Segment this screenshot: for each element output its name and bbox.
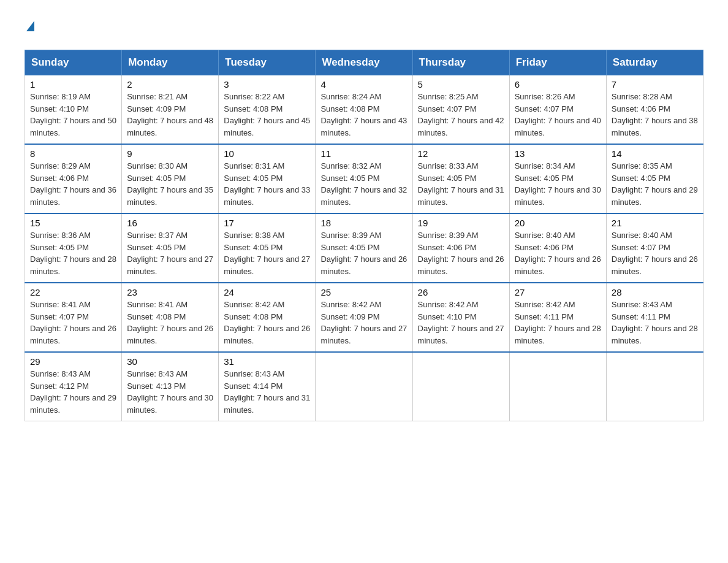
day-number: 20 [515, 218, 601, 228]
calendar-cell: 10 Sunrise: 8:31 AMSunset: 4:05 PMDaylig… [219, 144, 316, 213]
day-info: Sunrise: 8:24 AMSunset: 4:08 PMDaylight:… [320, 91, 407, 139]
calendar-header-friday: Friday [509, 50, 606, 75]
calendar-cell: 24 Sunrise: 8:42 AMSunset: 4:08 PMDaylig… [219, 283, 316, 352]
day-info: Sunrise: 8:34 AMSunset: 4:05 PMDaylight:… [515, 160, 601, 208]
calendar-cell: 2 Sunrise: 8:21 AMSunset: 4:09 PMDayligh… [122, 75, 219, 145]
day-number: 22 [30, 287, 116, 297]
day-info: Sunrise: 8:28 AMSunset: 4:06 PMDaylight:… [612, 91, 698, 139]
day-info: Sunrise: 8:26 AMSunset: 4:07 PMDaylight:… [515, 91, 601, 139]
day-number: 9 [127, 148, 213, 159]
day-number: 21 [612, 218, 698, 228]
calendar-cell: 23 Sunrise: 8:41 AMSunset: 4:08 PMDaylig… [122, 283, 219, 352]
calendar-cell: 18 Sunrise: 8:39 AMSunset: 4:05 PMDaylig… [316, 213, 412, 283]
day-info: Sunrise: 8:21 AMSunset: 4:09 PMDaylight:… [127, 91, 213, 139]
day-info: Sunrise: 8:25 AMSunset: 4:07 PMDaylight:… [418, 91, 504, 139]
day-number: 30 [127, 356, 213, 367]
calendar-cell: 25 Sunrise: 8:42 AMSunset: 4:09 PMDaylig… [316, 283, 412, 352]
day-number: 7 [612, 79, 698, 90]
calendar-week-row: 8 Sunrise: 8:29 AMSunset: 4:06 PMDayligh… [25, 144, 703, 213]
day-number: 18 [320, 218, 407, 228]
calendar-week-row: 29 Sunrise: 8:43 AMSunset: 4:12 PMDaylig… [25, 352, 703, 421]
calendar-header-sunday: Sunday [25, 50, 122, 75]
calendar-cell: 26 Sunrise: 8:42 AMSunset: 4:10 PMDaylig… [412, 283, 509, 352]
day-number: 13 [515, 148, 601, 159]
day-info: Sunrise: 8:39 AMSunset: 4:05 PMDaylight:… [320, 229, 407, 277]
calendar-cell: 6 Sunrise: 8:26 AMSunset: 4:07 PMDayligh… [509, 75, 606, 145]
calendar-header-thursday: Thursday [412, 50, 509, 75]
day-info: Sunrise: 8:43 AMSunset: 4:13 PMDaylight:… [127, 368, 213, 416]
calendar-cell: 16 Sunrise: 8:37 AMSunset: 4:05 PMDaylig… [122, 213, 219, 283]
day-number: 15 [30, 218, 116, 228]
calendar-cell: 11 Sunrise: 8:32 AMSunset: 4:05 PMDaylig… [316, 144, 412, 213]
calendar-cell: 1 Sunrise: 8:19 AMSunset: 4:10 PMDayligh… [25, 75, 122, 145]
day-info: Sunrise: 8:43 AMSunset: 4:11 PMDaylight:… [612, 299, 698, 347]
day-number: 25 [320, 287, 407, 297]
calendar-header-row: SundayMondayTuesdayWednesdayThursdayFrid… [25, 50, 703, 75]
day-number: 2 [127, 79, 213, 90]
calendar-cell [509, 352, 606, 421]
day-info: Sunrise: 8:43 AMSunset: 4:14 PMDaylight:… [224, 368, 310, 416]
calendar-cell: 12 Sunrise: 8:33 AMSunset: 4:05 PMDaylig… [412, 144, 509, 213]
calendar-week-row: 1 Sunrise: 8:19 AMSunset: 4:10 PMDayligh… [25, 75, 703, 145]
day-number: 14 [612, 148, 698, 159]
day-number: 29 [30, 356, 116, 367]
day-number: 6 [515, 79, 601, 90]
day-number: 1 [30, 79, 116, 90]
calendar-cell: 22 Sunrise: 8:41 AMSunset: 4:07 PMDaylig… [25, 283, 122, 352]
day-info: Sunrise: 8:36 AMSunset: 4:05 PMDaylight:… [30, 229, 116, 277]
calendar-cell [412, 352, 509, 421]
calendar-header-tuesday: Tuesday [219, 50, 316, 75]
calendar-cell: 20 Sunrise: 8:40 AMSunset: 4:06 PMDaylig… [509, 213, 606, 283]
calendar-cell: 27 Sunrise: 8:42 AMSunset: 4:11 PMDaylig… [509, 283, 606, 352]
day-info: Sunrise: 8:42 AMSunset: 4:08 PMDaylight:… [224, 299, 310, 347]
calendar-header-wednesday: Wednesday [316, 50, 412, 75]
day-number: 28 [612, 287, 698, 297]
day-info: Sunrise: 8:41 AMSunset: 4:08 PMDaylight:… [127, 299, 213, 347]
day-info: Sunrise: 8:37 AMSunset: 4:05 PMDaylight:… [127, 229, 213, 277]
calendar-cell: 30 Sunrise: 8:43 AMSunset: 4:13 PMDaylig… [122, 352, 219, 421]
day-number: 19 [418, 218, 504, 228]
calendar-week-row: 15 Sunrise: 8:36 AMSunset: 4:05 PMDaylig… [25, 213, 703, 283]
calendar-cell: 28 Sunrise: 8:43 AMSunset: 4:11 PMDaylig… [606, 283, 703, 352]
calendar-cell: 13 Sunrise: 8:34 AMSunset: 4:05 PMDaylig… [509, 144, 606, 213]
calendar-table: SundayMondayTuesdayWednesdayThursdayFrid… [25, 50, 703, 421]
day-info: Sunrise: 8:19 AMSunset: 4:10 PMDaylight:… [30, 91, 116, 139]
day-number: 23 [127, 287, 213, 297]
day-info: Sunrise: 8:29 AMSunset: 4:06 PMDaylight:… [30, 160, 116, 208]
calendar-cell: 14 Sunrise: 8:35 AMSunset: 4:05 PMDaylig… [606, 144, 703, 213]
day-info: Sunrise: 8:33 AMSunset: 4:05 PMDaylight:… [418, 160, 504, 208]
day-info: Sunrise: 8:32 AMSunset: 4:05 PMDaylight:… [320, 160, 407, 208]
calendar-cell: 3 Sunrise: 8:22 AMSunset: 4:08 PMDayligh… [219, 75, 316, 145]
day-number: 31 [224, 356, 310, 367]
day-info: Sunrise: 8:42 AMSunset: 4:10 PMDaylight:… [418, 299, 504, 347]
day-info: Sunrise: 8:42 AMSunset: 4:09 PMDaylight:… [320, 299, 407, 347]
calendar-cell: 4 Sunrise: 8:24 AMSunset: 4:08 PMDayligh… [316, 75, 412, 145]
day-info: Sunrise: 8:39 AMSunset: 4:06 PMDaylight:… [418, 229, 504, 277]
calendar-cell: 5 Sunrise: 8:25 AMSunset: 4:07 PMDayligh… [412, 75, 509, 145]
calendar-header-saturday: Saturday [606, 50, 703, 75]
day-number: 26 [418, 287, 504, 297]
day-info: Sunrise: 8:30 AMSunset: 4:05 PMDaylight:… [127, 160, 213, 208]
day-number: 27 [515, 287, 601, 297]
calendar-cell: 21 Sunrise: 8:40 AMSunset: 4:07 PMDaylig… [606, 213, 703, 283]
page-header [25, 18, 703, 37]
calendar-cell: 9 Sunrise: 8:30 AMSunset: 4:05 PMDayligh… [122, 144, 219, 213]
calendar-cell: 29 Sunrise: 8:43 AMSunset: 4:12 PMDaylig… [25, 352, 122, 421]
day-number: 3 [224, 79, 310, 90]
day-info: Sunrise: 8:40 AMSunset: 4:06 PMDaylight:… [515, 229, 601, 277]
day-number: 24 [224, 287, 310, 297]
day-info: Sunrise: 8:22 AMSunset: 4:08 PMDaylight:… [224, 91, 310, 139]
day-number: 16 [127, 218, 213, 228]
day-info: Sunrise: 8:35 AMSunset: 4:05 PMDaylight:… [612, 160, 698, 208]
calendar-cell: 17 Sunrise: 8:38 AMSunset: 4:05 PMDaylig… [219, 213, 316, 283]
day-number: 8 [30, 148, 116, 159]
day-number: 17 [224, 218, 310, 228]
calendar-cell: 15 Sunrise: 8:36 AMSunset: 4:05 PMDaylig… [25, 213, 122, 283]
day-number: 5 [418, 79, 504, 90]
calendar-header-monday: Monday [122, 50, 219, 75]
calendar-week-row: 22 Sunrise: 8:41 AMSunset: 4:07 PMDaylig… [25, 283, 703, 352]
day-info: Sunrise: 8:31 AMSunset: 4:05 PMDaylight:… [224, 160, 310, 208]
day-number: 12 [418, 148, 504, 159]
calendar-cell: 7 Sunrise: 8:28 AMSunset: 4:06 PMDayligh… [606, 75, 703, 145]
calendar-cell: 19 Sunrise: 8:39 AMSunset: 4:06 PMDaylig… [412, 213, 509, 283]
